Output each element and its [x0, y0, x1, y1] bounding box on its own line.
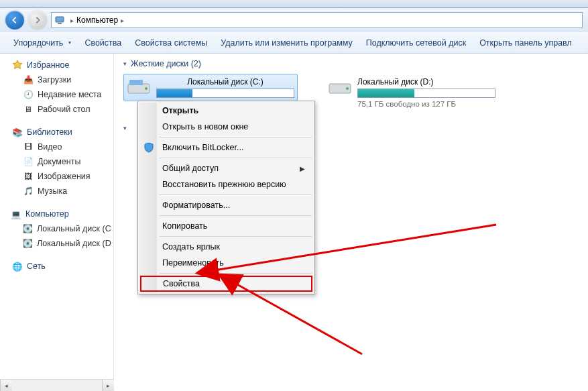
breadcrumb-separator-icon: ▸ — [121, 17, 124, 24]
back-button[interactable] — [5, 11, 24, 30]
organize-menu[interactable]: Упорядочить — [7, 36, 78, 50]
svg-point-4 — [145, 87, 148, 90]
arrow-left-icon — [10, 15, 19, 25]
ctx-bitlocker[interactable]: Включить BitLocker... — [139, 139, 313, 156]
system-properties-button[interactable]: Свойства системы — [128, 36, 214, 50]
desktop-icon: 🖥 — [23, 104, 34, 115]
sidebar-item-downloads[interactable]: 📥Загрузки — [0, 72, 113, 87]
svg-point-6 — [346, 87, 349, 90]
separator — [160, 215, 312, 216]
ctx-format[interactable]: Форматировать... — [139, 197, 313, 213]
picture-icon: 🖼 — [23, 171, 34, 182]
svg-rect-1 — [58, 23, 62, 24]
drive-icon — [328, 77, 352, 97]
breadcrumb-separator-icon: ▸ — [70, 17, 74, 24]
sidebar-item-desktop[interactable]: 🖥Рабочий стол — [0, 102, 113, 117]
sidebar-libraries-header[interactable]: 📚 Библиотеки — [0, 125, 113, 139]
shield-icon — [143, 142, 154, 153]
sidebar-item-videos[interactable]: 🎞Видео — [0, 139, 113, 154]
drive-usage-bar — [156, 89, 294, 98]
separator — [160, 273, 312, 274]
drive-icon: 💽 — [23, 238, 33, 249]
control-panel-button[interactable]: Открыть панель управл — [473, 36, 579, 50]
scroll-left-button[interactable]: ◂ — [0, 380, 12, 391]
svg-rect-0 — [56, 17, 64, 22]
sidebar-network-header[interactable]: 🌐 Сеть — [0, 259, 113, 274]
window-titlebar — [0, 0, 588, 8]
sidebar-item-pictures[interactable]: 🖼Изображения — [0, 169, 113, 184]
sidebar-favorites-header[interactable]: Избранное — [0, 58, 113, 72]
scroll-right-button[interactable]: ▸ — [102, 380, 114, 391]
ctx-share[interactable]: Общий доступ▶ — [139, 160, 313, 176]
scroll-track[interactable] — [12, 380, 102, 391]
document-icon: 📄 — [23, 156, 34, 167]
recent-icon: 🕘 — [23, 89, 34, 100]
star-icon — [12, 60, 23, 70]
drive-icon: 💽 — [23, 223, 33, 234]
hard-drives-header[interactable]: Жесткие диски (2) — [123, 59, 579, 68]
separator — [160, 158, 312, 158]
folder-down-icon: 📥 — [23, 74, 34, 85]
sidebar-item-documents[interactable]: 📄Документы — [0, 154, 113, 169]
separator — [160, 137, 312, 137]
drive-label: Локальный диск (D:) — [357, 77, 495, 87]
ctx-open[interactable]: Открыть — [139, 103, 313, 119]
computer-icon — [54, 15, 65, 25]
sidebar-scrollbar[interactable]: ◂ ▸ — [0, 379, 114, 391]
libraries-icon: 📚 — [12, 127, 23, 137]
context-menu: Открыть Открыть в новом окне Включить Bi… — [137, 101, 315, 294]
nav-bar: ▸ Компьютер ▸ — [0, 8, 588, 32]
separator — [160, 194, 312, 195]
drive-c[interactable]: Локальный диск (C:) — [123, 74, 298, 101]
computer-icon: 💻 — [11, 209, 21, 219]
uninstall-button[interactable]: Удалить или изменить программу — [214, 36, 359, 50]
ctx-create-shortcut[interactable]: Создать ярлык — [139, 239, 313, 255]
drive-d[interactable]: Локальный диск (D:) 75,1 ГБ свободно из … — [325, 74, 499, 111]
map-drive-button[interactable]: Подключить сетевой диск — [359, 36, 473, 50]
sidebar-computer-header[interactable]: 💻 Компьютер — [0, 207, 113, 221]
ctx-rename[interactable]: Переименовать — [139, 255, 313, 271]
properties-button[interactable]: Свойства — [78, 36, 128, 50]
arrow-right-icon — [33, 15, 42, 25]
sidebar-item-drive-c[interactable]: 💽Локальный диск (C — [0, 221, 113, 236]
ctx-properties[interactable]: Свойства — [140, 276, 312, 292]
network-icon: 🌐 — [12, 261, 23, 272]
svg-rect-3 — [129, 80, 143, 85]
drive-label: Локальный диск (C:) — [156, 77, 294, 87]
command-bar: Упорядочить Свойства Свойства системы Уд… — [0, 32, 588, 54]
submenu-arrow-icon: ▶ — [300, 165, 305, 172]
sidebar-item-recent[interactable]: 🕘Недавние места — [0, 87, 113, 102]
ctx-copy[interactable]: Копировать — [139, 218, 313, 234]
forward-button[interactable] — [28, 11, 47, 30]
sidebar-item-drive-d[interactable]: 💽Локальный диск (D — [0, 236, 113, 251]
drive-free-text: 75,1 ГБ свободно из 127 ГБ — [357, 100, 495, 108]
ctx-restore-version[interactable]: Восстановить прежнюю версию — [139, 176, 313, 192]
sidebar-item-music[interactable]: 🎵Музыка — [0, 184, 113, 199]
breadcrumb-root[interactable]: Компьютер — [76, 15, 118, 25]
video-icon: 🎞 — [23, 142, 34, 152]
ctx-open-new-window[interactable]: Открыть в новом окне — [139, 119, 313, 135]
music-icon: 🎵 — [23, 186, 34, 197]
address-bar[interactable]: ▸ Компьютер ▸ — [51, 12, 583, 28]
navigation-pane: Избранное 📥Загрузки 🕘Недавние места 🖥Раб… — [0, 54, 114, 391]
drive-usage-bar — [357, 89, 495, 98]
drive-icon — [127, 77, 151, 97]
separator — [160, 236, 312, 237]
